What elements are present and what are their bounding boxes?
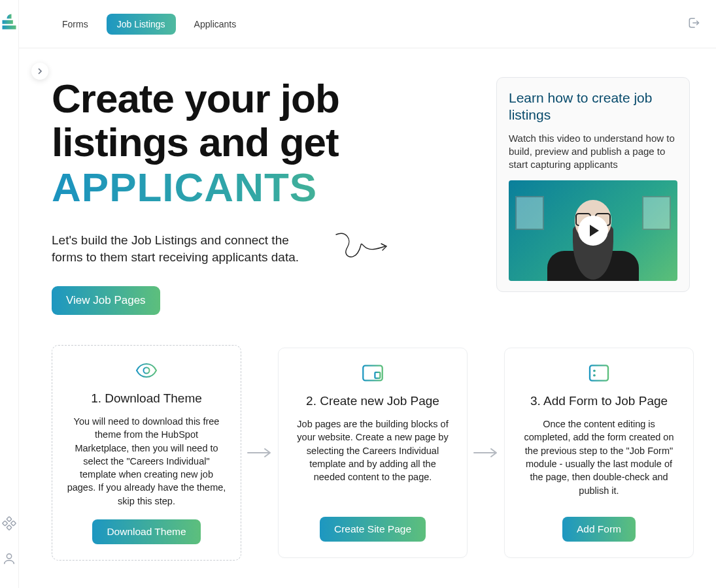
svg-rect-2 (7, 517, 12, 522)
form-icon (588, 364, 610, 385)
tab-job-listings[interactable]: Job Listings (107, 14, 176, 35)
step-1-text: You will need to download this free them… (67, 415, 226, 508)
learn-card: Learn how to create job listings Watch t… (496, 77, 690, 292)
step-2-text: Job pages are the building blocks of you… (293, 417, 452, 505)
nav-tabs: Forms Job Listings Applicants (52, 14, 247, 35)
hero-subtitle: Let's build the Job Listings and connect… (52, 232, 313, 265)
main-content: Forms Job Listings Applicants Create you… (18, 0, 716, 588)
download-theme-button[interactable]: Download Theme (92, 519, 200, 544)
svg-point-7 (144, 368, 150, 374)
learn-card-text: Watch this video to understand how to bu… (509, 132, 677, 172)
svg-rect-12 (375, 372, 380, 378)
tab-applicants[interactable]: Applicants (184, 14, 247, 35)
doodle-arrow-icon (333, 229, 392, 268)
step-1-title: 1. Download Theme (91, 391, 202, 406)
user-icon[interactable] (2, 551, 16, 568)
svg-rect-3 (3, 521, 8, 526)
step-3-text: Once the content editing is completed, a… (519, 417, 679, 505)
step-card-3: 3. Add Form to Job Page Once the content… (504, 348, 694, 558)
expand-sidebar-button[interactable] (31, 63, 48, 80)
svg-point-14 (593, 370, 596, 372)
play-icon (578, 216, 608, 246)
page-icon (362, 364, 384, 385)
top-nav: Forms Job Listings Applicants (19, 0, 716, 48)
svg-rect-13 (590, 365, 608, 380)
step-3-title: 3. Add Form to Job Page (530, 394, 668, 408)
hero-title-plain: Create your job listings and get (52, 77, 470, 165)
video-thumbnail[interactable] (509, 180, 677, 281)
view-job-pages-button[interactable]: View Job Pages (52, 286, 160, 315)
hero-title-highlight: APPLICANTS (52, 166, 470, 208)
steps-row: 1. Download Theme You will need to downl… (52, 345, 694, 561)
tab-forms[interactable]: Forms (52, 14, 99, 35)
learn-card-title: Learn how to create job listings (509, 90, 677, 124)
app-logo (0, 12, 18, 30)
svg-rect-1 (3, 25, 16, 29)
arrow-right-icon (473, 447, 499, 459)
step-2-title: 2. Create new Job Page (306, 394, 439, 408)
svg-point-6 (7, 554, 11, 559)
arrow-right-icon (247, 447, 273, 459)
eye-icon (135, 361, 158, 382)
create-site-page-button[interactable]: Create Site Page (320, 517, 426, 542)
add-form-button[interactable]: Add Form (562, 517, 636, 542)
sidebar (0, 0, 18, 588)
svg-rect-4 (11, 521, 16, 526)
sign-out-icon[interactable] (687, 16, 700, 32)
svg-rect-0 (3, 20, 13, 24)
hero-section: Create your job listings and get APPLICA… (52, 77, 470, 315)
svg-rect-5 (7, 525, 12, 531)
step-card-1: 1. Download Theme You will need to downl… (52, 345, 241, 561)
svg-point-16 (593, 374, 596, 377)
apps-icon[interactable] (2, 516, 16, 533)
step-card-2: 2. Create new Job Page Job pages are the… (278, 348, 468, 558)
